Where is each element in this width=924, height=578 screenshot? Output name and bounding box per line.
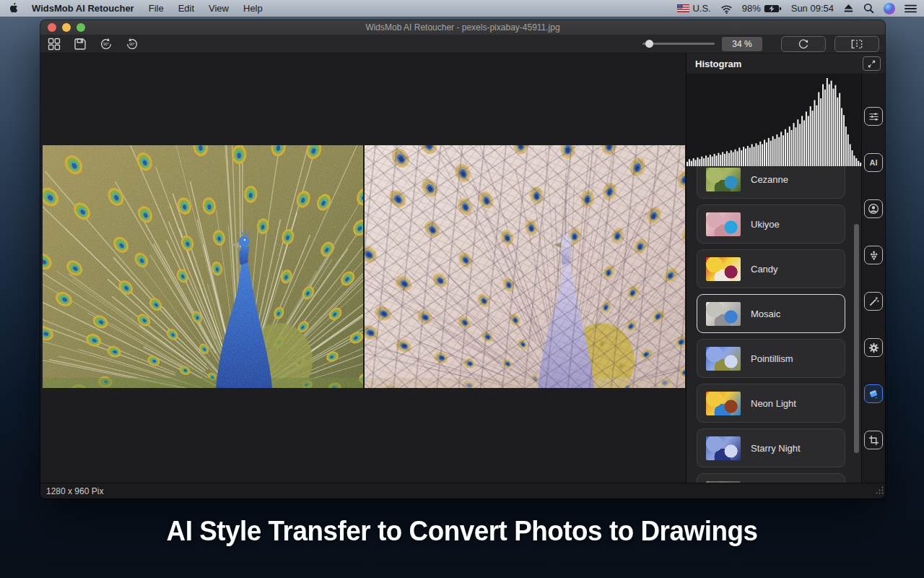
style-card-mosaic[interactable]: Mosaic [697,294,845,333]
style-thumbnail [706,168,741,191]
svg-text:90°: 90° [103,42,109,46]
rotate-left-button[interactable]: 90° [98,36,114,52]
zoom-slider-knob[interactable] [645,40,653,48]
input-source-label: U.S. [692,3,710,14]
noise-reduction-button[interactable] [864,246,883,264]
siri-icon[interactable] [884,3,895,14]
ai-enhance-button[interactable]: AI [864,153,883,172]
styled-photo-preview[interactable] [365,145,685,388]
rotate-right-button[interactable]: 90° [124,36,140,52]
battery-charging-icon [764,4,782,13]
style-thumbnail [706,257,741,281]
settings-gear-button[interactable] [864,338,883,357]
layout-grid-button[interactable] [46,36,62,52]
reset-refresh-button[interactable] [781,36,826,52]
desktop-background: { "menu_bar": { "app_name": "WidsMob AI … [0,0,924,578]
expand-panel-button[interactable] [863,56,881,71]
original-photo[interactable] [43,145,363,388]
battery-menu[interactable]: 98% [742,3,782,14]
menu-help[interactable]: Help [243,3,263,14]
magic-wand-button[interactable] [864,292,883,311]
style-thumbnail [706,212,741,236]
spotlight-search-icon[interactable] [863,3,874,14]
svg-text:90°: 90° [129,42,135,46]
notification-center-icon[interactable] [905,4,917,13]
compare-before-after-button[interactable] [834,36,879,52]
save-button[interactable] [72,36,88,52]
style-card-partial[interactable] [697,473,845,483]
eject-icon[interactable] [843,4,854,13]
battery-percent: 98% [742,3,761,14]
image-compare-view [43,145,685,388]
crop-button[interactable] [864,431,883,449]
status-bar: 1280 x 960 Pix [40,483,885,499]
window-titlebar[interactable]: WidsMob AI Retoucher - pexels-pixabay-45… [40,20,885,35]
app-window: WidsMob AI Retoucher - pexels-pixabay-45… [40,20,885,499]
resize-grip[interactable] [876,484,884,497]
marketing-caption: AI Style Transfer to Convert Photos to D… [14,516,910,547]
zoom-slider[interactable] [642,43,715,45]
apple-menu[interactable] [7,3,17,14]
adjust-sliders-button[interactable] [864,107,883,126]
image-canvas [40,53,686,483]
style-list-scrollbar[interactable] [854,224,859,453]
style-card-candy[interactable]: Candy [697,249,845,288]
window-title: WidsMob AI Retoucher - pexels-pixabay-45… [40,22,885,33]
image-dimensions: 1280 x 960 Pix [46,486,103,496]
tool-strip: AI [862,74,885,483]
style-card-pointillism[interactable]: Pointillism [697,339,845,378]
style-thumbnail [706,302,741,326]
style-thumbnail [706,436,741,460]
menu-edit[interactable]: Edit [178,3,194,14]
style-card-starry-night[interactable]: Starry Night [697,428,845,467]
menu-bar: WidsMob AI Retoucher File Edit View Help… [0,0,924,17]
zoom-percent-value: 34 % [722,37,762,51]
wifi-icon[interactable] [720,4,733,14]
style-card-ukiyoe[interactable]: Ukiyoe [697,204,845,243]
style-card-neon-light[interactable]: Neon Light [697,384,845,423]
portrait-button[interactable] [864,199,883,218]
style-thumbnail [706,347,741,371]
ai-icon: AI [870,158,878,167]
input-source-menu[interactable]: U.S. [677,3,710,14]
histogram-chart [687,74,861,166]
menu-view[interactable]: View [209,3,229,14]
right-panel: Histogram Cezanne [686,53,885,483]
menu-file[interactable]: File [149,3,164,14]
toolbar: 90° 90° 34 % [40,35,885,53]
active-app-name[interactable]: WidsMob AI Retoucher [32,3,134,14]
style-thumbnail [706,392,741,415]
clock[interactable]: Sun 09:54 [791,3,834,14]
style-card-cezanne[interactable]: Cezanne [697,166,845,199]
style-list: Cezanne Ukiyoe Candy Mosaic [687,166,861,483]
us-flag-icon [677,4,689,12]
style-transfer-button[interactable] [864,384,883,403]
histogram-title: Histogram [695,59,741,69]
